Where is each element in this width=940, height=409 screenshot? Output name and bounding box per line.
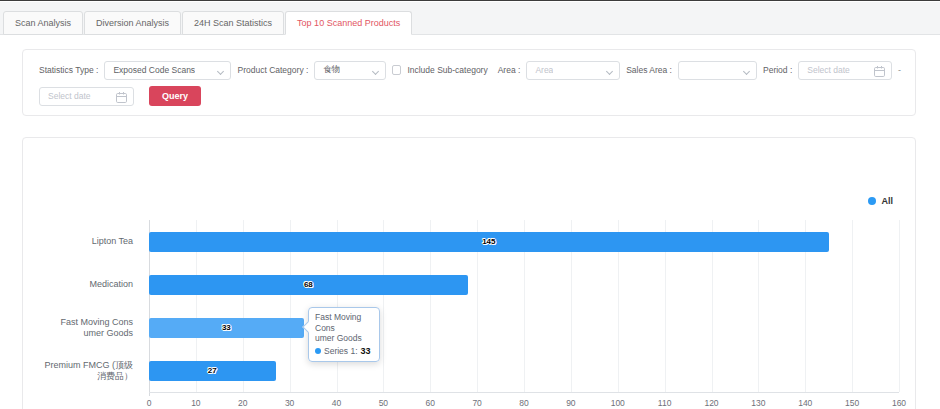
tooltip-series-row: Series 1: 33 [315, 346, 373, 356]
period-range-separator: - [898, 65, 901, 75]
category-label-line: Lipton Tea [92, 236, 133, 247]
x-tick-label-130: 130 [743, 398, 773, 408]
chart-tooltip: Fast Moving Cons umer Goods Series 1: 33 [308, 307, 380, 362]
tab-bar: Scan AnalysisDiversion Analysis24H Scan … [0, 2, 940, 35]
x-tick-label-70: 70 [462, 398, 492, 408]
filter-panel: Statistics Type : Exposed Code Scans Pro… [22, 49, 916, 116]
x-tick-label-60: 60 [415, 398, 445, 408]
query-button[interactable]: Query [149, 86, 201, 106]
statistics-type-select[interactable]: Exposed Code Scans [104, 61, 231, 80]
bar-value-label: 27 [208, 366, 217, 375]
area-label: Area : [498, 65, 521, 75]
tab-top-10-scanned-products[interactable]: Top 10 Scanned Products [285, 11, 412, 35]
filter-row-1: Statistics Type : Exposed Code Scans Pro… [39, 59, 901, 81]
tab-scan-analysis[interactable]: Scan Analysis [3, 11, 83, 35]
sales-area-select[interactable] [678, 61, 757, 80]
statistics-type-value: Exposed Code Scans [113, 65, 195, 75]
category-label-line: Premium FMCG (顶级 [45, 360, 134, 371]
tooltip-series-value: 33 [361, 346, 371, 356]
x-tick-label-120: 120 [697, 398, 727, 408]
category-label-line: 消费品） [97, 371, 133, 382]
bar-value-label: 33 [222, 323, 231, 332]
period-label: Period : [763, 65, 792, 75]
tab-24h-scan-statistics[interactable]: 24H Scan Statistics [182, 11, 284, 35]
product-category-value: 食物 [323, 64, 340, 76]
legend-dot-icon [868, 197, 876, 205]
gridline [852, 220, 853, 392]
period-start-placeholder: Select date [807, 65, 850, 75]
x-tick-label-80: 80 [509, 398, 539, 408]
chevron-down-icon [371, 67, 378, 74]
bar-value-label: 145 [482, 237, 495, 246]
tooltip-line-2: umer Goods [315, 333, 373, 344]
tooltip-series-label: Series 1: [324, 346, 358, 356]
category-label-lipton-tea: Lipton Tea [23, 220, 141, 263]
x-tick-label-20: 20 [228, 398, 258, 408]
x-tick-label-140: 140 [790, 398, 820, 408]
category-label-premium-fmcg: Premium FMCG (顶级消费品） [23, 349, 141, 392]
tooltip-category-name: Fast Moving Cons umer Goods [315, 312, 373, 344]
include-subcategory-label: Include Sub-category [407, 65, 487, 75]
x-tick-label-40: 40 [322, 398, 352, 408]
x-tick-label-10: 10 [181, 398, 211, 408]
legend-item-all[interactable]: All [868, 196, 893, 206]
x-axis-line [149, 392, 899, 393]
bar-value-label: 68 [304, 280, 313, 289]
category-label-line: Fast Moving Cons [60, 317, 133, 328]
chevron-down-icon [217, 67, 224, 74]
period-end-date-input[interactable]: Select date [39, 87, 134, 106]
x-tick-label-110: 110 [650, 398, 680, 408]
x-tick-label-90: 90 [556, 398, 586, 408]
x-tick-label-50: 50 [368, 398, 398, 408]
product-category-label: Product Category : [237, 65, 308, 75]
tooltip-arrow [302, 321, 313, 332]
x-tick-label-150: 150 [837, 398, 867, 408]
chevron-down-icon [743, 67, 750, 74]
series-dot-icon [315, 348, 321, 354]
include-subcategory-checkbox[interactable] [392, 65, 402, 75]
calendar-icon [873, 65, 886, 78]
category-label-fast-moving-consumer-goods: Fast Moving Consumer Goods [23, 306, 141, 349]
chevron-down-icon [606, 67, 613, 74]
period-start-date-input[interactable]: Select date [798, 61, 892, 80]
area-placeholder: Area [535, 65, 553, 75]
tab-diversion-analysis[interactable]: Diversion Analysis [84, 11, 181, 35]
tooltip-line-1: Fast Moving Cons [315, 312, 373, 333]
legend-label: All [881, 196, 893, 206]
category-label-line: umer Goods [83, 328, 133, 339]
category-label-medication: Medication [23, 263, 141, 306]
x-tick-label-30: 30 [275, 398, 305, 408]
product-category-select[interactable]: 食物 [314, 61, 385, 80]
gridline [899, 220, 900, 392]
x-tick-label-0: 0 [134, 398, 164, 408]
chart-panel: All Fast Moving Cons umer Goods Series 1… [22, 137, 916, 409]
area-select[interactable]: Area [526, 61, 620, 80]
sales-area-label: Sales Area : [626, 65, 672, 75]
x-tick-label-160: 160 [884, 398, 914, 408]
category-label-line: Medication [89, 279, 133, 290]
x-tick-label-100: 100 [603, 398, 633, 408]
filter-row-2: Select date Query [39, 85, 901, 107]
period-end-placeholder: Select date [48, 91, 91, 101]
calendar-icon [115, 91, 128, 104]
statistics-type-label: Statistics Type : [39, 65, 98, 75]
page: Scan AnalysisDiversion Analysis24H Scan … [0, 0, 940, 409]
